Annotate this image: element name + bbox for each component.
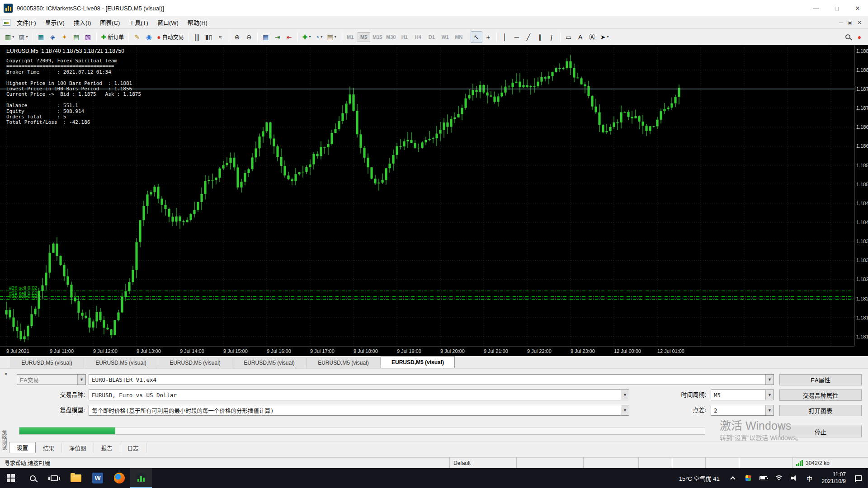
maximize-button[interactable]: □: [826, 0, 847, 16]
timeframe-m5-button[interactable]: M5: [358, 32, 370, 42]
text-label-button[interactable]: Ⓐ: [586, 31, 598, 43]
clock[interactable]: 11:07 2021/10/9: [817, 468, 850, 488]
templates-button[interactable]: ▤▾: [325, 31, 338, 43]
new-chart-button[interactable]: ▥▾: [3, 31, 16, 43]
tile-windows-button[interactable]: ▦: [260, 31, 272, 43]
tray-expand-button[interactable]: [725, 468, 741, 488]
chart-tab-2[interactable]: EURUSD,M5 (visual): [158, 357, 232, 368]
arrows-button[interactable]: ➤▾: [598, 31, 611, 43]
timeframe-h1-button[interactable]: H1: [398, 32, 411, 42]
timeframe-m30-button[interactable]: M30: [385, 32, 397, 42]
spread-select[interactable]: 2 ▼: [711, 405, 774, 416]
menu-item-6[interactable]: 帮助(H): [183, 16, 212, 28]
menu-item-0[interactable]: 文件(F): [12, 16, 41, 28]
tester-tab-设置[interactable]: 设置: [9, 442, 36, 453]
chart-tab-3[interactable]: EURUSD,M5 (visual): [232, 357, 307, 368]
menu-item-1[interactable]: 显示(V): [41, 16, 69, 28]
toolbar-search-button[interactable]: [842, 31, 854, 43]
mdi-restore-button[interactable]: ▣: [848, 19, 853, 26]
taskbar-file-explorer-button[interactable]: [65, 468, 87, 488]
horizontal-line-button[interactable]: ─: [511, 31, 523, 43]
community-button[interactable]: ●: [854, 31, 865, 43]
timeframe-m1-button[interactable]: M1: [344, 32, 357, 42]
new-order-button[interactable]: ✚新订单: [99, 31, 127, 43]
ea-properties-button[interactable]: EA属性: [779, 374, 862, 385]
mdi-minimize-button[interactable]: ─: [839, 19, 843, 26]
fibonacci-button[interactable]: ƒ: [546, 31, 558, 43]
price-axis[interactable]: 1.18851.18801.18751.18701.18651.18601.18…: [854, 45, 868, 346]
chart-shift-button[interactable]: ⇤: [283, 31, 295, 43]
action-center-button[interactable]: [850, 468, 866, 488]
chart-tab-4[interactable]: EURUSD,M5 (visual): [307, 357, 381, 368]
metaeditor-button[interactable]: ✎: [131, 31, 143, 43]
periods-button[interactable]: ◔▾: [313, 31, 325, 43]
task-view-button[interactable]: [43, 468, 65, 488]
tester-side-tab[interactable]: 策略测试: [0, 430, 8, 454]
market-watch-button[interactable]: ▦: [35, 31, 47, 43]
shapes-button[interactable]: ▭: [563, 31, 575, 43]
tester-tab-日志[interactable]: 日志: [120, 443, 146, 453]
candle-chart-button[interactable]: ▮▯: [203, 31, 215, 43]
volume-button[interactable]: [787, 468, 802, 488]
profiles-button[interactable]: ▨▾: [16, 31, 30, 43]
trendline-button[interactable]: ╱: [523, 31, 534, 43]
taskbar-mt4-button[interactable]: [130, 468, 152, 488]
zoom-in-button[interactable]: ⊕: [231, 31, 243, 43]
tester-tab-净值图[interactable]: 净值图: [62, 443, 94, 453]
taskbar-weather[interactable]: 15°C 空气优 41: [674, 468, 725, 488]
menu-item-5[interactable]: 窗口(W): [153, 16, 183, 28]
ime-button[interactable]: 中: [802, 468, 817, 488]
timeframe-h4-button[interactable]: H4: [412, 32, 425, 42]
timeframe-d1-button[interactable]: D1: [425, 32, 438, 42]
symbol-select[interactable]: EURUSD, Euro vs US Dollar ▼: [89, 389, 629, 400]
tray-app-button[interactable]: [741, 468, 756, 488]
taskbar-browser-button[interactable]: [108, 468, 130, 488]
auto-scroll-button[interactable]: ⇥: [272, 31, 283, 43]
text-button[interactable]: A: [575, 31, 586, 43]
data-window-button[interactable]: ◈: [47, 31, 59, 43]
taskbar-word-button[interactable]: W: [87, 468, 108, 488]
symbol-properties-button[interactable]: 交易品种属性: [779, 389, 862, 401]
vertical-line-button[interactable]: │: [499, 31, 511, 43]
line-chart-button[interactable]: ≈: [215, 31, 226, 43]
strategy-tester-button[interactable]: ▧: [82, 31, 94, 43]
tester-close-button[interactable]: ×: [2, 371, 9, 378]
ea-type-select[interactable]: EA交易 ▼: [17, 374, 86, 385]
open-chart-button[interactable]: 打开图表: [779, 405, 862, 416]
cursor-button[interactable]: ↖: [471, 31, 482, 43]
battery-button[interactable]: [756, 468, 771, 488]
timeframe-m15-button[interactable]: M15: [371, 32, 384, 42]
menu-item-2[interactable]: 插入(I): [69, 16, 95, 28]
mdi-close-button[interactable]: ✕: [857, 19, 862, 26]
period-select[interactable]: M5 ▼: [711, 389, 774, 400]
chart-tab-0[interactable]: EURUSD,M5 (visual): [10, 357, 84, 368]
show-desktop-button[interactable]: [866, 468, 868, 488]
tester-tab-结果[interactable]: 结果: [36, 443, 62, 453]
channel-button[interactable]: ∥: [534, 31, 546, 43]
autotrading-button[interactable]: ●自动交易: [155, 31, 186, 43]
crosshair-button[interactable]: +: [482, 31, 494, 43]
time-axis[interactable]: 9 Jul 20219 Jul 11:009 Jul 12:009 Jul 13…: [0, 346, 854, 356]
taskbar-search-button[interactable]: [22, 468, 43, 488]
indicators-button[interactable]: ✚▾: [300, 31, 313, 43]
chart-tab-1[interactable]: EURUSD,M5 (visual): [84, 357, 158, 368]
close-button[interactable]: ✕: [847, 0, 868, 16]
tester-tab-报告[interactable]: 报告: [94, 443, 120, 453]
menu-item-4[interactable]: 工具(T): [124, 16, 153, 28]
ea-name-select[interactable]: EURO-BLASTER V1.ex4 ▼: [89, 374, 774, 385]
model-select[interactable]: 每个即时价格(基于所有可利用的最小时段的每一个价格的分形插值计算) ▼: [89, 405, 629, 416]
zoom-out-button[interactable]: ⊖: [243, 31, 255, 43]
navigator-button[interactable]: ✦: [59, 31, 71, 43]
experts-button[interactable]: ◉: [143, 31, 155, 43]
network-button[interactable]: [771, 468, 787, 488]
minimize-button[interactable]: —: [806, 0, 826, 16]
start-button[interactable]: [0, 468, 22, 488]
toolbar-separator: [33, 32, 33, 42]
menu-item-3[interactable]: 图表(C): [95, 16, 124, 28]
timeframe-w1-button[interactable]: W1: [439, 32, 452, 42]
timeframe-mn-button[interactable]: MN: [453, 32, 465, 42]
bar-chart-button[interactable]: |||: [191, 31, 203, 43]
status-profile-cell[interactable]: Default: [449, 458, 516, 468]
chart-tab-5[interactable]: EURUSD,M5 (visual): [381, 356, 455, 368]
terminal-button[interactable]: ▤: [71, 31, 82, 43]
